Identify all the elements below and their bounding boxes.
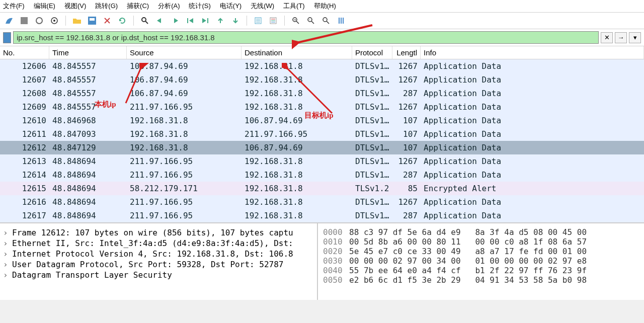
col-no[interactable]: No.	[0, 46, 49, 59]
packet-row[interactable]: 1260948.845557211.97.166.95192.168.31.8D…	[0, 100, 644, 114]
packet-details-tree[interactable]: ›Frame 12612: 107 bytes on wire (856 bit…	[0, 223, 318, 300]
find-icon[interactable]	[139, 15, 151, 27]
packet-row[interactable]: 1260648.845557106.87.94.69192.168.31.8DT…	[0, 59, 644, 73]
next-icon[interactable]	[169, 15, 181, 27]
filter-bar: ✕ → ▾	[0, 29, 644, 46]
save-icon[interactable]	[86, 15, 98, 27]
svg-text:-: -	[309, 17, 310, 22]
jump-next-icon[interactable]	[199, 15, 211, 27]
svg-point-1	[36, 18, 42, 24]
svg-line-25	[327, 21, 329, 24]
menu-item[interactable]: 统计(S)	[189, 2, 210, 11]
svg-point-24	[323, 18, 327, 22]
zoom-out-icon[interactable]: -	[305, 15, 317, 27]
packet-row[interactable]: 1261548.84869458.212.179.171192.168.31.8…	[0, 182, 644, 195]
packet-bytes-hex[interactable]: 000088 c3 97 df 5e 6a d4 e9 8a 3f 4a d5 …	[318, 223, 644, 300]
svg-rect-0	[21, 17, 28, 24]
menu-item[interactable]: 帮助(H)	[314, 2, 336, 11]
zoom-in-icon[interactable]: +	[290, 15, 302, 27]
menu-item[interactable]: 跳转(G)	[95, 2, 118, 11]
svg-line-7	[145, 21, 148, 24]
colorize-icon[interactable]	[267, 15, 279, 27]
open-icon[interactable]	[71, 15, 83, 27]
svg-text:+: +	[294, 18, 296, 22]
col-length[interactable]: Lengtl	[392, 46, 421, 59]
tree-node[interactable]: ›Internet Protocol Version 4, Src: 192.1…	[2, 249, 315, 259]
svg-point-6	[142, 18, 146, 22]
tree-node[interactable]: ›Frame 12612: 107 bytes on wire (856 bit…	[2, 227, 315, 238]
packet-row[interactable]: 1261048.846968192.168.31.8106.87.94.69DT…	[0, 114, 644, 127]
packet-row[interactable]: 1261348.848694211.97.166.95192.168.31.8D…	[0, 154, 644, 168]
menu-item[interactable]: 无线(W)	[251, 2, 274, 11]
close-icon[interactable]	[101, 15, 113, 27]
menu-item[interactable]: 文件(F)	[3, 2, 25, 11]
expander-icon[interactable]: ›	[3, 238, 9, 248]
col-destination[interactable]: Destination	[242, 46, 352, 59]
stop-icon[interactable]	[18, 15, 30, 27]
packet-row[interactable]: 1260748.845557106.87.94.69192.168.31.8DT…	[0, 73, 644, 87]
menu-item[interactable]: 捕获(C)	[127, 2, 149, 11]
display-filter-input[interactable]	[13, 31, 599, 44]
goto-bottom-icon[interactable]	[229, 15, 242, 27]
svg-rect-8	[187, 18, 188, 23]
hex-row[interactable]: 000088 c3 97 df 5e 6a d4 e9 8a 3f 4a d5 …	[323, 227, 639, 237]
bookmark-icon[interactable]	[3, 32, 11, 43]
apply-filter-button[interactable]: →	[615, 32, 627, 43]
shark-fin-icon[interactable]	[3, 15, 15, 27]
tree-node[interactable]: ›User Datagram Protocol, Src Port: 59328…	[2, 259, 315, 270]
tree-node[interactable]: ›Datagram Transport Layer Security	[2, 270, 315, 280]
hex-row[interactable]: 003000 00 00 02 97 00 34 00 01 00 00 00 …	[323, 256, 639, 266]
packet-row[interactable]: 1261448.848694211.97.166.95192.168.31.8D…	[0, 168, 644, 182]
options-icon[interactable]	[48, 15, 60, 27]
packet-row[interactable]: 1260848.845557106.87.94.69192.168.31.8DT…	[0, 87, 644, 100]
packet-row[interactable]: 1261748.848694211.97.166.95192.168.31.8D…	[0, 209, 644, 222]
bottom-panes: ›Frame 12612: 107 bytes on wire (856 bit…	[0, 222, 644, 300]
menu-bar: 文件(F)编辑(E)视图(V)跳转(G)捕获(C)分析(A)统计(S)电话(Y)…	[0, 0, 644, 13]
restart-icon[interactable]	[33, 15, 45, 27]
svg-rect-5	[90, 18, 95, 21]
goto-top-icon[interactable]	[214, 15, 226, 27]
packet-row[interactable]: 1261148.847093192.168.31.8211.97.166.95D…	[0, 127, 644, 141]
packet-list-body[interactable]: 1260648.845557106.87.94.69192.168.31.8DT…	[0, 59, 644, 222]
menu-item[interactable]: 编辑(E)	[34, 2, 55, 11]
col-info[interactable]: Info	[421, 46, 644, 59]
clear-filter-button[interactable]: ✕	[601, 32, 613, 43]
expander-icon[interactable]: ›	[3, 228, 9, 237]
svg-line-19	[296, 21, 299, 24]
hex-row[interactable]: 001000 5d 8b a6 00 00 80 11 00 00 c0 a8 …	[323, 237, 639, 247]
resize-columns-icon[interactable]	[335, 15, 347, 27]
add-filter-button[interactable]: ▾	[629, 32, 641, 43]
autoscroll-icon[interactable]	[252, 15, 264, 27]
reload-icon[interactable]	[116, 15, 128, 27]
packet-list-header[interactable]: No. Time Source Destination Protocol Len…	[0, 46, 644, 59]
col-time[interactable]: Time	[49, 46, 127, 59]
prev-icon[interactable]	[154, 15, 166, 27]
menu-item[interactable]: 工具(T)	[283, 2, 305, 11]
col-source[interactable]: Source	[127, 46, 242, 59]
zoom-reset-icon[interactable]	[320, 15, 332, 27]
svg-point-3	[53, 20, 55, 22]
menu-item[interactable]: 电话(Y)	[220, 2, 242, 11]
menu-item[interactable]: 分析(A)	[158, 2, 180, 11]
packet-row[interactable]: 1261648.848694211.97.166.95192.168.31.8D…	[0, 195, 644, 209]
tree-node[interactable]: ›Ethernet II, Src: Intel_3f:4a:d5 (d4:e9…	[2, 238, 315, 249]
packet-row[interactable]: 1261248.847129192.168.31.8106.87.94.69DT…	[0, 141, 644, 154]
toolbar: + -	[0, 13, 644, 29]
jump-prev-icon[interactable]	[184, 15, 196, 27]
hex-row[interactable]: 004055 7b ee 64 e0 a4 f4 cf b1 2f 22 97 …	[323, 266, 639, 275]
expander-icon[interactable]: ›	[3, 249, 9, 259]
svg-line-22	[311, 21, 314, 24]
menu-item[interactable]: 视图(V)	[64, 2, 86, 11]
hex-row[interactable]: 0050e2 b6 6c d1 f5 3e 2b 29 04 91 34 53 …	[323, 275, 639, 285]
hex-row[interactable]: 00205e 45 e7 c0 ce 33 00 49 a8 a7 17 fe …	[323, 247, 639, 256]
expander-icon[interactable]: ›	[3, 260, 9, 269]
packet-list: No. Time Source Destination Protocol Len…	[0, 46, 644, 222]
svg-rect-9	[207, 18, 208, 23]
expander-icon[interactable]: ›	[3, 270, 9, 280]
col-protocol[interactable]: Protocol	[352, 46, 392, 59]
